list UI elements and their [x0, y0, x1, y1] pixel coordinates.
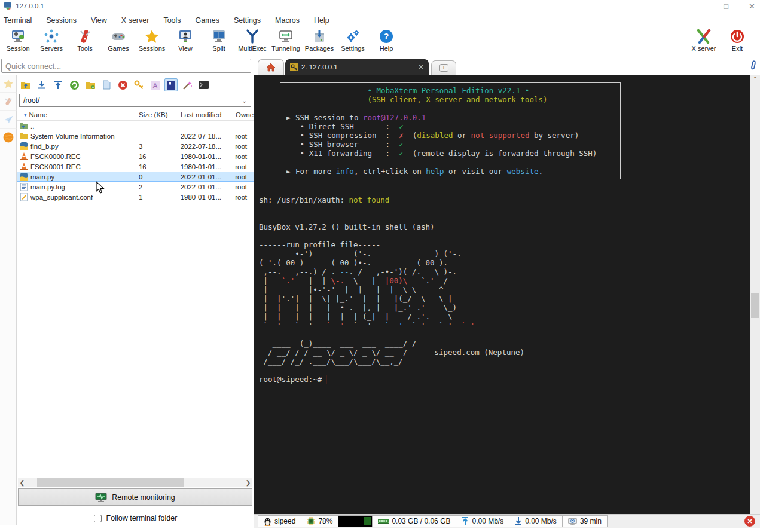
terminal-line: • X11-forwarding : ✓ (remote display is …	[286, 149, 614, 158]
gears-icon	[345, 29, 361, 44]
file-row[interactable]: System Volume Information 2022-07-18... …	[17, 131, 254, 141]
quick-connect-input[interactable]	[1, 59, 251, 73]
split-button[interactable]: Split	[202, 27, 236, 52]
font-a-icon: A	[151, 81, 160, 90]
menu-view[interactable]: View	[91, 16, 107, 25]
header-name[interactable]: ▾Name	[17, 109, 136, 121]
attachments-button[interactable]	[748, 60, 758, 74]
tab-bar: 2. 127.0.0.1 ✕ +	[254, 58, 760, 75]
terminal-line: • SSH-browser : ✓	[286, 140, 614, 149]
open-terminal-button[interactable]	[197, 78, 210, 91]
scroll-up-icon[interactable]: ⌃	[750, 75, 760, 83]
dock-macros-tab[interactable]	[0, 111, 17, 129]
file-row[interactable]: main.py.log 2 2022-01-01... root	[17, 182, 254, 192]
scrollbar-thumb[interactable]	[37, 478, 184, 487]
ssh-key-icon	[290, 63, 298, 71]
follow-terminal-checkbox[interactable]	[94, 515, 102, 522]
file-row-parent[interactable]: ..	[17, 121, 254, 131]
terminal-line: BusyBox v1.27.2 () built-in shell (ash)	[259, 222, 538, 231]
terminal-line: | |•-'-' | | | | \ \ ^	[259, 285, 538, 294]
terminal-line: | | | | | | | (_| | / .'. \	[259, 312, 538, 321]
file-row[interactable]: FSCK0000.REC 16 1980-01-01... root	[17, 151, 254, 161]
dock-tools-tab[interactable]	[0, 93, 17, 111]
servers-button[interactable]: Servers	[35, 27, 68, 52]
sessions-button[interactable]: Sessions	[135, 27, 169, 52]
packages-button[interactable]: Packages	[303, 27, 336, 52]
menu-help[interactable]: Help	[314, 16, 329, 25]
sessions-label: Sessions	[139, 45, 166, 52]
header-owner[interactable]: Owner	[233, 109, 254, 121]
x-server-label: X server	[692, 45, 716, 52]
paper-plane-icon	[3, 114, 14, 125]
settings-label: Settings	[341, 45, 365, 52]
games-button[interactable]: Games	[102, 27, 135, 52]
terminal-scrollbar[interactable]: ⌃	[750, 75, 760, 514]
tools-button[interactable]: Tools	[68, 27, 102, 52]
panel-dock-button[interactable]	[164, 78, 178, 91]
terminal-line	[259, 231, 538, 240]
settings-button[interactable]: Settings	[336, 27, 370, 52]
minimize-button[interactable]: –	[699, 2, 703, 11]
menu-macros[interactable]: Macros	[275, 16, 300, 25]
multiexec-button[interactable]: MultiExec	[236, 27, 269, 52]
dock-sessions-tab[interactable]	[0, 75, 17, 93]
menu-terminal[interactable]: Terminal	[4, 16, 32, 25]
follow-terminal-row: Follow terminal folder	[17, 509, 254, 527]
scroll-right-icon[interactable]: ❯	[244, 479, 252, 486]
terminal-area[interactable]: • MobaXterm Personal Edition v22.1 • (SS…	[254, 75, 760, 514]
file-row-selected[interactable]: main.py 0 2022-01-01... root	[17, 172, 254, 182]
header-size[interactable]: Size (KB)	[136, 109, 178, 121]
file-row[interactable]: FSCK0001.REC 16 1980-01-01... root	[17, 161, 254, 172]
wizard-button[interactable]	[181, 78, 194, 91]
sftp-panel: A /root/ ⌄ ▾Name Size (KB) Last modified…	[17, 75, 254, 525]
view-button[interactable]: View	[169, 27, 202, 52]
new-file-button[interactable]	[100, 78, 113, 91]
remote-monitoring-button[interactable]: Remote monitoring	[18, 488, 252, 506]
tab-close-icon[interactable]: ✕	[418, 63, 424, 71]
menu-games[interactable]: Games	[196, 16, 219, 25]
mouse-cursor	[96, 181, 105, 194]
path-combobox[interactable]: /root/ ⌄	[19, 94, 251, 107]
packages-label: Packages	[305, 45, 334, 52]
terminal-line: • Direct SSH : ✓	[286, 122, 614, 131]
go-parent-button[interactable]	[19, 78, 32, 91]
terminal-line: | `.' | | \-. \ | |00)\ `.' /	[259, 276, 538, 285]
upload-button[interactable]	[51, 78, 65, 91]
dock-sftp-tab[interactable]	[0, 129, 17, 146]
tab-active-session[interactable]: 2. 127.0.0.1 ✕	[285, 59, 429, 75]
refresh-button[interactable]	[68, 78, 81, 91]
tunneling-button[interactable]: Tunneling	[269, 27, 303, 52]
menu-sessions[interactable]: Sessions	[46, 16, 77, 25]
file-row[interactable]: find_b.py 3 2022-07-18... root	[17, 141, 254, 151]
terminal-line: ► For more info, ctrl+click on help or v…	[286, 167, 614, 176]
file-row[interactable]: wpa_supplicant.conf 1 1980-01-01... root	[17, 192, 254, 202]
encoding-button[interactable]: A	[148, 78, 161, 91]
tab-new[interactable]: +	[431, 60, 456, 75]
new-folder-button[interactable]	[84, 78, 97, 91]
svg-text:?: ?	[384, 32, 389, 41]
maximize-button[interactable]: □	[724, 2, 728, 11]
help-button[interactable]: ? Help	[370, 27, 403, 52]
close-button[interactable]: ✕	[749, 2, 755, 11]
scrollbar-thumb[interactable]	[751, 293, 759, 318]
download-button[interactable]	[35, 78, 48, 91]
header-modified[interactable]: Last modified	[178, 109, 233, 121]
permissions-button[interactable]	[132, 78, 145, 91]
session-button[interactable]: Session	[1, 27, 35, 52]
x-server-button[interactable]: X server	[687, 27, 721, 52]
menu-settings[interactable]: Settings	[234, 16, 261, 25]
up-folder-icon	[20, 122, 28, 130]
exit-button[interactable]: Exit	[721, 27, 754, 52]
horizontal-scrollbar[interactable]: ❮ ❯	[18, 478, 252, 487]
split-screen-icon	[211, 29, 227, 44]
scroll-left-icon[interactable]: ❮	[18, 479, 26, 486]
menu-tools[interactable]: Tools	[163, 16, 181, 25]
session-label: Session	[6, 45, 29, 52]
menu-x-server[interactable]: X server	[121, 16, 149, 25]
tab-home[interactable]	[258, 59, 284, 75]
terminal-line: | |'.'| | \| |_.' | | |(_/ \ \ |	[259, 294, 538, 303]
delete-button[interactable]	[116, 78, 129, 91]
tools-label: Tools	[77, 45, 93, 52]
close-monitoring-button[interactable]: ✕	[744, 516, 755, 527]
new-folder-icon	[85, 81, 96, 90]
